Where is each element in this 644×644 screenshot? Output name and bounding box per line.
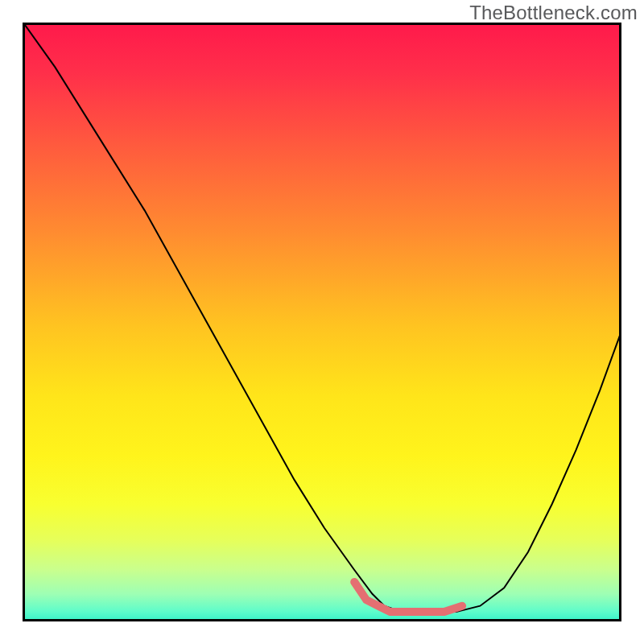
plot-svg (25, 25, 621, 621)
gradient-background (25, 25, 621, 621)
chart-frame: TheBottleneck.com (0, 0, 644, 644)
watermark-text: TheBottleneck.com (469, 2, 638, 24)
plot-area (23, 23, 621, 621)
